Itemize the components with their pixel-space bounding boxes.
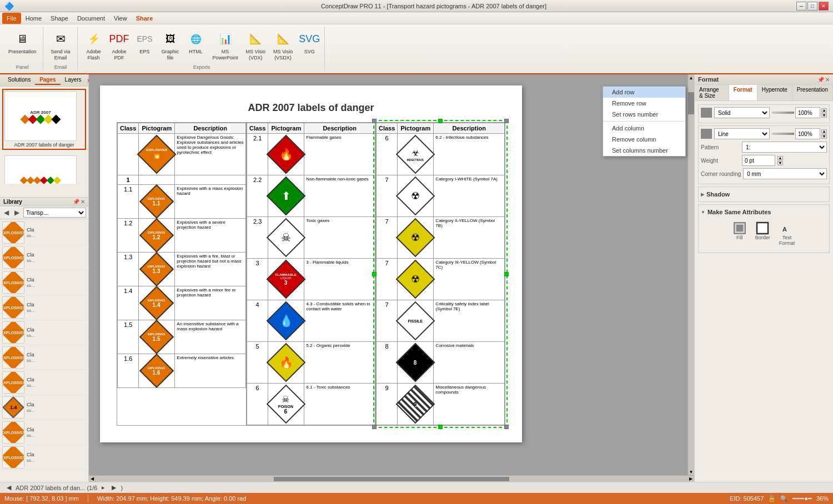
shadow-label: Shadow <box>706 191 730 198</box>
table-row: 1.2 EXPLOSIVES 1.2 <box>118 219 246 253</box>
make-same-section: ▼ Make Same Attributes Fill <box>698 204 830 253</box>
adobe-flash-btn[interactable]: ⚡ AdobeFlash <box>82 28 106 63</box>
html-btn[interactable]: 🌐 HTML <box>184 28 208 57</box>
list-item[interactable]: EXPLOSIVES Cla ss... <box>1 270 87 295</box>
tab-layers[interactable]: Layers <box>61 75 86 85</box>
ctx-set-columns-number[interactable]: Set columns number <box>603 145 685 156</box>
pages-panel: ADR 2007 ADR 2007 labels of danger <box>0 87 88 198</box>
send-email-btn[interactable]: ✉ Send viaEmail <box>48 28 73 63</box>
weight-down-btn[interactable]: ▼ <box>777 161 783 165</box>
list-item[interactable]: EXPLOSIVES Cla ss... <box>1 370 87 395</box>
list-item[interactable]: EXPLOSIVES Cla ss... <box>1 420 87 445</box>
mouse-position: Mouse: [ 792.32, 8.03 ] mm <box>4 495 79 502</box>
border-opacity-up-btn[interactable]: ▲ <box>821 129 827 134</box>
vscroll-thumb[interactable] <box>688 92 694 114</box>
tab-presentation[interactable]: Presentation <box>792 85 833 100</box>
fill-btn-label: Fill <box>736 235 743 240</box>
presentation-btn[interactable]: 🖥 Presentation <box>6 28 39 57</box>
list-item[interactable]: EXPLOSIVES Cla ss... <box>1 220 87 245</box>
menu-document[interactable]: Document <box>73 13 109 24</box>
menu-bar: File Home Shape Document View Share <box>0 12 833 24</box>
border-color-swatch[interactable] <box>701 129 712 139</box>
pattern-row: Pattern 1: 2: <box>701 142 827 153</box>
page-next-btn[interactable]: ▶ <box>109 483 118 492</box>
ctx-add-column[interactable]: Add column <box>603 123 685 134</box>
vertical-scrollbar[interactable]: ▲ ▼ <box>688 74 694 475</box>
opacity-down-btn[interactable]: ▼ <box>821 113 827 118</box>
menu-shape[interactable]: Shape <box>46 13 73 24</box>
horizontal-scrollbar[interactable]: ◀ ▶ <box>89 475 694 482</box>
minimize-btn[interactable]: ─ <box>796 2 806 11</box>
menu-share[interactable]: Share <box>132 13 158 24</box>
weight-input[interactable] <box>742 155 775 166</box>
list-item[interactable]: EXPLOSIVES Cla ss... <box>1 345 87 370</box>
restore-btn[interactable]: □ <box>807 2 817 11</box>
table-row: 7 ☢ Category I-WHITE (Symbol 7A) <box>377 175 505 217</box>
library-close[interactable]: ✕ <box>81 199 85 205</box>
ctx-remove-row[interactable]: Remove row <box>603 98 685 109</box>
make-same-border-btn[interactable]: Border <box>753 219 772 248</box>
library-prev[interactable]: ◀ <box>2 208 11 217</box>
lock-icon[interactable]: 🔒 <box>768 495 776 502</box>
tab-hypernote[interactable]: Hypernote <box>757 85 792 100</box>
border-opacity-down-btn[interactable]: ▼ <box>821 134 827 139</box>
close-btn[interactable]: ✕ <box>819 2 829 11</box>
library-pin[interactable]: 📌 <box>73 199 79 205</box>
list-item[interactable]: 1.4 Cla ss... <box>1 395 87 420</box>
menu-view[interactable]: View <box>109 13 132 24</box>
pattern-dropdown[interactable]: 1: 2: <box>742 142 827 153</box>
ms-powerpoint-btn[interactable]: 📊 MSPowerPoint <box>210 28 241 63</box>
presentation-icon: 🖥 <box>13 30 31 48</box>
library-dropdown[interactable]: Transp... <box>23 208 86 218</box>
zoom-slider[interactable]: ━━━●━ <box>792 495 812 502</box>
border-opacity-input[interactable] <box>795 128 820 139</box>
list-item[interactable]: EXPLOSIVES Cla ss... <box>1 445 87 470</box>
fill-style-dropdown[interactable]: Solid None Gradient <box>714 107 770 118</box>
tab-pages[interactable]: Pages <box>35 75 60 85</box>
opacity-up-btn[interactable]: ▲ <box>821 108 827 113</box>
fill-opacity-input[interactable] <box>795 107 820 118</box>
library-title: Library <box>3 199 22 205</box>
page-thumb-2[interactable]: ADR pictograms <box>2 153 86 184</box>
fill-color-swatch[interactable] <box>701 108 712 118</box>
canvas-scroll[interactable]: ADR 2007 labels of danger Class Pictogra… <box>89 74 688 475</box>
ms-visio-vsdx-btn[interactable]: 📐 MS Visio(VSDX) <box>270 28 295 63</box>
tab-arrange-size[interactable]: Arrange & Size <box>695 85 729 100</box>
table-row: 2.3 ☠ Toxic gases <box>247 217 375 259</box>
border-style-dropdown[interactable]: Line None Dashed <box>714 128 770 139</box>
page-thumb-1[interactable]: ADR 2007 ADR 2007 labels of danger <box>2 89 86 150</box>
list-item[interactable]: EXPLOSIVES Cla ss... <box>1 320 87 345</box>
text-format-btn-label: TextFormat <box>779 235 795 246</box>
list-item[interactable]: EXPLOSIVES Cla ss... <box>1 245 87 270</box>
graphic-btn[interactable]: 🖼 Graphicfile <box>159 28 182 63</box>
make-same-buttons: Fill Border A <box>701 217 827 250</box>
library-next[interactable]: ▶ <box>13 208 21 217</box>
format-panel-header: Format 📌 ✕ <box>695 74 833 85</box>
zoom-controls[interactable]: 🔍 <box>780 495 788 502</box>
tab-format[interactable]: Format <box>729 85 757 100</box>
eps-btn[interactable]: EPS EPS <box>133 28 157 57</box>
svg-btn[interactable]: SVG SVG <box>298 28 321 57</box>
menu-file[interactable]: File <box>2 13 21 24</box>
adobe-pdf-btn[interactable]: PDF AdobePDF <box>108 28 131 63</box>
page-prev-btn[interactable]: ◀ <box>4 483 13 492</box>
make-same-fill-btn[interactable]: Fill <box>731 219 749 248</box>
tab-solutions[interactable]: Solutions <box>3 75 35 85</box>
ms-visio-vdx-btn[interactable]: 📐 MS Visio(VDX) <box>243 28 268 63</box>
make-same-text-format-btn[interactable]: A TextFormat <box>777 219 797 248</box>
weight-row: Weight ▲ ▼ <box>701 155 827 166</box>
weight-up-btn[interactable]: ▲ <box>777 156 783 160</box>
dimensions: Width: 204.97 mm; Height: 549.39 mm; Ang… <box>97 495 246 502</box>
menu-home[interactable]: Home <box>21 13 46 24</box>
ctx-remove-column[interactable]: Remove column <box>603 134 685 145</box>
page-expand-btn[interactable]: ▸ <box>99 483 107 492</box>
eid: EID: 505457 <box>730 495 764 502</box>
shadow-header[interactable]: ▶ Shadow <box>701 189 827 199</box>
table-row: 2.1 🔥 Flammable gases <box>247 134 375 175</box>
ctx-add-row[interactable]: Add row <box>603 87 685 98</box>
ctx-set-rows-number[interactable]: Set rows number <box>603 109 685 120</box>
format-panel-close[interactable]: ✕ <box>825 77 830 83</box>
corner-dropdown[interactable]: 0 mm 1 mm 2 mm <box>743 168 827 179</box>
list-item[interactable]: EXPLOSIVES Cla ss... <box>1 295 87 320</box>
format-panel-pin[interactable]: 📌 <box>817 77 824 83</box>
